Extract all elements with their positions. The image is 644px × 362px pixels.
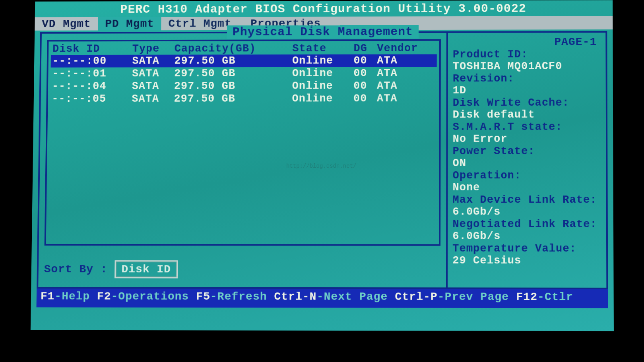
cell-state: Online	[291, 80, 352, 93]
ctrl-p-key[interactable]: Ctrl-P	[395, 290, 438, 303]
cell-capacity: 297.50 GB	[173, 80, 291, 93]
table-row[interactable]: --:--:04SATA297.50 GBOnline00ATA	[50, 79, 437, 93]
table-row[interactable]: --:--:05SATA297.50 GBOnline00ATA	[50, 92, 436, 105]
cell-vendor: ATA	[375, 79, 437, 92]
write-cache-value: Disk default	[453, 109, 602, 121]
smart-value: No Error	[453, 133, 602, 145]
write-cache-label: Disk Write Cache:	[453, 97, 602, 109]
footer-help-bar: F1-Help F2-Operations F5-Refresh Ctrl-N-…	[37, 288, 608, 308]
cell-type: SATA	[130, 55, 173, 68]
temp-label: Temperature Value:	[452, 243, 602, 255]
cell-dg: 00	[352, 92, 375, 105]
f12-action: -Ctlr	[537, 291, 573, 303]
operation-label: Operation:	[452, 170, 602, 182]
revision-label: Revision:	[453, 73, 602, 85]
ctrl-n-key[interactable]: Ctrl-N	[274, 290, 316, 303]
col-dg: DG	[352, 43, 376, 54]
disk-table-box: Disk ID Type Capacity(GB) State DG Vendo…	[45, 39, 441, 246]
col-type: Type	[131, 43, 173, 55]
cell-id: --:--:01	[50, 68, 130, 80]
col-capacity: Capacity(GB)	[173, 43, 291, 54]
cell-state: Online	[291, 92, 352, 105]
neg-link-label: Negotiated Link Rate:	[452, 218, 602, 230]
f2-action: -Operations	[111, 290, 189, 302]
ctrl-n-action: -Next Page	[317, 290, 388, 303]
cell-capacity: 297.50 GB	[173, 93, 291, 105]
product-id-label: Product ID:	[453, 48, 602, 60]
cell-dg: 00	[352, 54, 375, 67]
operation-value: None	[452, 182, 602, 194]
f12-key[interactable]: F12	[516, 291, 537, 303]
cell-capacity: 297.50 GB	[173, 67, 291, 80]
smart-label: S.M.A.R.T state:	[453, 121, 602, 133]
f5-action: -Refresh	[210, 290, 267, 303]
tab-pd-mgmt[interactable]: PD Mgmt	[98, 17, 161, 31]
cell-vendor: ATA	[375, 54, 437, 67]
cell-type: SATA	[130, 80, 173, 93]
cell-capacity: 297.50 GB	[173, 54, 291, 67]
cell-id: --:--:04	[50, 80, 130, 93]
temp-value: 29 Celsius	[452, 255, 602, 267]
page-indicator: PAGE-1	[453, 36, 602, 48]
table-header-row: Disk ID Type Capacity(GB) State DG Vendo…	[51, 43, 437, 55]
tab-vd-mgmt[interactable]: VD Mgmt	[35, 17, 98, 31]
sort-by-label: Sort By :	[44, 263, 108, 275]
f2-key[interactable]: F2	[97, 290, 111, 302]
main-frame: Physical Disk Management Disk ID Type Ca…	[37, 31, 608, 289]
table-row[interactable]: --:--:01SATA297.50 GBOnline00ATA	[50, 67, 437, 80]
product-id-value: TOSHIBA MQ01ACF0	[453, 60, 602, 72]
app-title: PERC H310 Adapter BIOS Configuration Uti…	[35, 0, 613, 17]
ctrl-p-action: -Prev Page	[438, 290, 509, 303]
cell-state: Online	[291, 54, 352, 67]
f1-key[interactable]: F1	[41, 290, 55, 302]
cell-type: SATA	[130, 67, 173, 80]
col-state: State	[291, 43, 352, 54]
bios-screen: PERC H310 Adapter BIOS Configuration Uti…	[31, 0, 614, 331]
f1-action: -Help	[54, 290, 90, 302]
power-value: ON	[452, 157, 602, 169]
watermark-text: http://blog.csdn.net/	[286, 163, 357, 169]
cell-dg: 00	[352, 79, 375, 92]
revision-value: 1D	[453, 85, 602, 97]
cell-type: SATA	[130, 93, 173, 105]
max-link-value: 6.0Gb/s	[452, 206, 602, 218]
f5-key[interactable]: F5	[196, 290, 210, 303]
max-link-label: Max Device Link Rate:	[452, 194, 602, 206]
disk-table: Disk ID Type Capacity(GB) State DG Vendo…	[50, 43, 437, 105]
cell-dg: 00	[352, 67, 375, 80]
col-disk-id: Disk ID	[51, 43, 131, 55]
sort-by-selector[interactable]: Disk ID	[114, 260, 178, 278]
col-vendor: Vendor	[375, 43, 437, 54]
power-label: Power State:	[453, 145, 602, 157]
cell-vendor: ATA	[375, 92, 437, 105]
neg-link-value: 6.0Gb/s	[452, 230, 602, 242]
table-row[interactable]: --:--:00SATA297.50 GBOnline00ATA	[51, 54, 437, 68]
cell-vendor: ATA	[375, 67, 437, 79]
cell-id: --:--:05	[50, 93, 130, 105]
cell-state: Online	[291, 67, 352, 80]
cell-id: --:--:00	[51, 55, 131, 68]
sort-by-row: Sort By : Disk ID	[44, 260, 178, 278]
disk-details-panel: PAGE-1 Product ID: TOSHIBA MQ01ACF0 Revi…	[446, 33, 606, 288]
disk-list-panel: Disk ID Type Capacity(GB) State DG Vendo…	[38, 33, 446, 288]
